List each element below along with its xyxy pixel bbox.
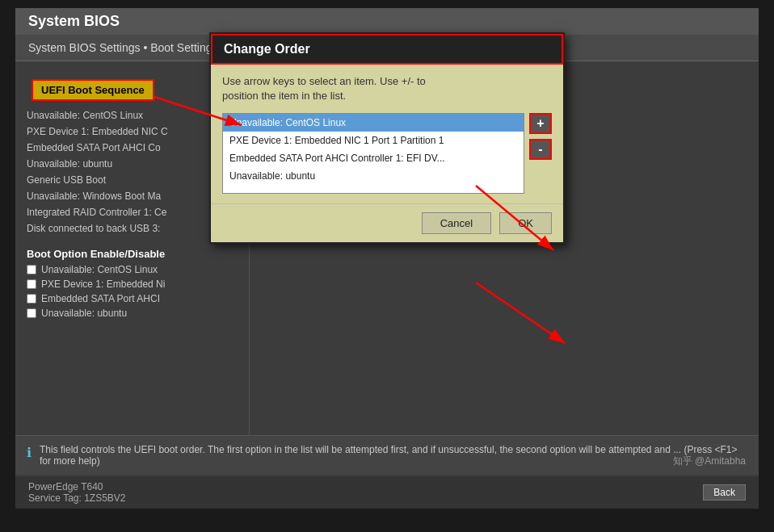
bottom-bar: PowerEdge T640 Service Tag: 1ZS5BV2 Back: [15, 476, 759, 509]
checkbox-item-2[interactable]: PXE Device 1: Embedded Ni: [15, 277, 249, 291]
checkbox-item-3[interactable]: Embedded SATA Port AHCI: [15, 291, 249, 306]
back-button[interactable]: Back: [703, 484, 746, 501]
dialog-list-item-3[interactable]: Embedded SATA Port AHCI Controller 1: EF…: [223, 149, 524, 167]
dialog-footer: Cancel OK: [211, 203, 563, 242]
model-label: PowerEdge T640: [28, 481, 126, 492]
checkbox-item-1[interactable]: Unavailable: CentOS Linux: [15, 262, 249, 277]
checkbox-centos[interactable]: [27, 265, 36, 274]
dialog-list[interactable]: Unavailable: CentOS Linux PXE Device 1: …: [222, 113, 524, 194]
dialog-body: Use arrow keys to select an item. Use +/…: [211, 65, 563, 203]
dialog-list-area: Unavailable: CentOS Linux PXE Device 1: …: [222, 113, 552, 194]
move-down-button[interactable]: -: [529, 139, 552, 160]
uefi-boot-sequence-label[interactable]: UEFI Boot Sequence: [32, 79, 154, 101]
checkbox-sata[interactable]: [27, 294, 36, 304]
info-bar: ℹ This field controls the UEFI boot orde…: [15, 435, 759, 475]
dialog-list-item-1[interactable]: Unavailable: CentOS Linux: [223, 114, 524, 132]
move-up-button[interactable]: +: [529, 113, 552, 134]
change-order-dialog: Change Order Use arrow keys to select an…: [209, 32, 565, 244]
bios-screen: System BIOS System BIOS Settings • Boot …: [15, 8, 759, 509]
dialog-list-item-4[interactable]: Unavailable: ubuntu: [223, 167, 524, 185]
dialog-instruction: Use arrow keys to select an item. Use +/…: [222, 74, 552, 103]
dialog-title-bar: Change Order: [212, 36, 562, 63]
ok-button[interactable]: OK: [499, 212, 552, 234]
checkbox-item-4[interactable]: Unavailable: ubuntu: [15, 306, 249, 320]
watermark: 知乎 @Amitabha: [673, 455, 746, 468]
device-info: PowerEdge T640 Service Tag: 1ZS5BV2: [28, 481, 126, 504]
system-bios-title: System BIOS: [28, 13, 120, 29]
cancel-button[interactable]: Cancel: [422, 212, 491, 234]
bios-container: System BIOS System BIOS Settings • Boot …: [15, 8, 759, 509]
info-icon: ℹ: [27, 445, 32, 460]
top-bar: System BIOS: [15, 8, 759, 35]
uefi-boot-sequence-wrapper: UEFI Boot Sequence: [23, 76, 162, 104]
service-tag-label: Service Tag: 1ZS5BV2: [28, 492, 126, 504]
dialog-list-item-2[interactable]: PXE Device 1: Embedded NIC 1 Port 1 Part…: [223, 132, 524, 149]
dialog-title-bar-wrapper: Change Order: [211, 34, 563, 65]
boot-option-section-header: Boot Option Enable/Disable: [15, 241, 249, 262]
dialog-side-buttons: + -: [529, 113, 552, 160]
checkbox-pxe[interactable]: [27, 279, 36, 289]
dialog-title: Change Order: [224, 42, 310, 56]
checkbox-ubuntu[interactable]: [27, 308, 36, 318]
info-text: This field controls the UEFI boot order.…: [40, 444, 747, 467]
